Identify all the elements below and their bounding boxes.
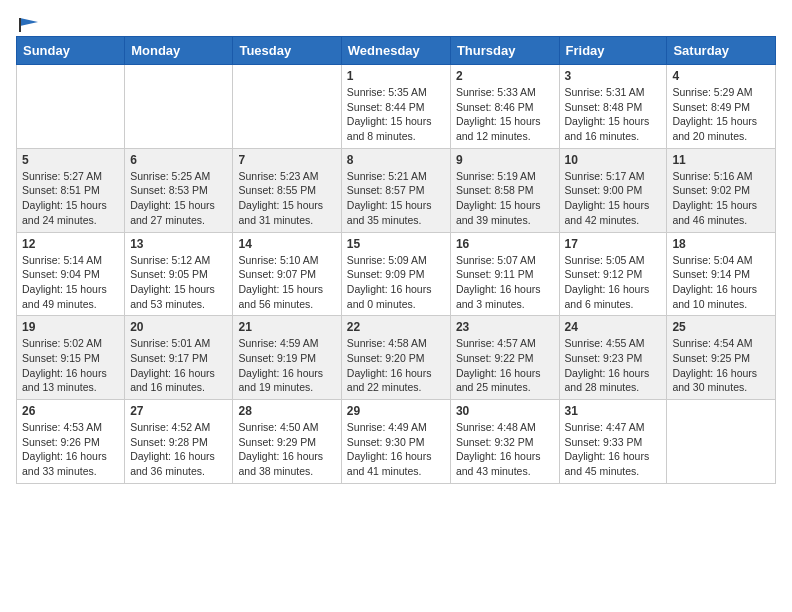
calendar-cell: 14Sunrise: 5:10 AM Sunset: 9:07 PM Dayli… bbox=[233, 232, 341, 316]
calendar-week-row: 5Sunrise: 5:27 AM Sunset: 8:51 PM Daylig… bbox=[17, 148, 776, 232]
calendar-cell bbox=[233, 65, 341, 149]
day-info: Sunrise: 4:54 AM Sunset: 9:25 PM Dayligh… bbox=[672, 336, 770, 395]
calendar: SundayMondayTuesdayWednesdayThursdayFrid… bbox=[16, 36, 776, 484]
calendar-cell: 6Sunrise: 5:25 AM Sunset: 8:53 PM Daylig… bbox=[125, 148, 233, 232]
calendar-cell: 15Sunrise: 5:09 AM Sunset: 9:09 PM Dayli… bbox=[341, 232, 450, 316]
day-info: Sunrise: 5:31 AM Sunset: 8:48 PM Dayligh… bbox=[565, 85, 662, 144]
calendar-cell bbox=[667, 400, 776, 484]
calendar-week-row: 1Sunrise: 5:35 AM Sunset: 8:44 PM Daylig… bbox=[17, 65, 776, 149]
calendar-cell: 20Sunrise: 5:01 AM Sunset: 9:17 PM Dayli… bbox=[125, 316, 233, 400]
calendar-cell: 19Sunrise: 5:02 AM Sunset: 9:15 PM Dayli… bbox=[17, 316, 125, 400]
day-number: 26 bbox=[22, 404, 119, 418]
day-number: 14 bbox=[238, 237, 335, 251]
day-header-sunday: Sunday bbox=[17, 37, 125, 65]
calendar-cell: 27Sunrise: 4:52 AM Sunset: 9:28 PM Dayli… bbox=[125, 400, 233, 484]
day-info: Sunrise: 4:53 AM Sunset: 9:26 PM Dayligh… bbox=[22, 420, 119, 479]
day-info: Sunrise: 4:59 AM Sunset: 9:19 PM Dayligh… bbox=[238, 336, 335, 395]
calendar-cell: 10Sunrise: 5:17 AM Sunset: 9:00 PM Dayli… bbox=[559, 148, 667, 232]
day-number: 12 bbox=[22, 237, 119, 251]
logo bbox=[16, 16, 40, 32]
day-header-tuesday: Tuesday bbox=[233, 37, 341, 65]
day-info: Sunrise: 4:57 AM Sunset: 9:22 PM Dayligh… bbox=[456, 336, 554, 395]
calendar-cell: 13Sunrise: 5:12 AM Sunset: 9:05 PM Dayli… bbox=[125, 232, 233, 316]
day-number: 2 bbox=[456, 69, 554, 83]
day-header-thursday: Thursday bbox=[450, 37, 559, 65]
day-info: Sunrise: 5:17 AM Sunset: 9:00 PM Dayligh… bbox=[565, 169, 662, 228]
calendar-cell: 31Sunrise: 4:47 AM Sunset: 9:33 PM Dayli… bbox=[559, 400, 667, 484]
calendar-cell: 16Sunrise: 5:07 AM Sunset: 9:11 PM Dayli… bbox=[450, 232, 559, 316]
calendar-cell: 1Sunrise: 5:35 AM Sunset: 8:44 PM Daylig… bbox=[341, 65, 450, 149]
day-number: 16 bbox=[456, 237, 554, 251]
day-number: 13 bbox=[130, 237, 227, 251]
day-number: 29 bbox=[347, 404, 445, 418]
day-number: 3 bbox=[565, 69, 662, 83]
day-number: 22 bbox=[347, 320, 445, 334]
day-info: Sunrise: 5:29 AM Sunset: 8:49 PM Dayligh… bbox=[672, 85, 770, 144]
day-number: 23 bbox=[456, 320, 554, 334]
calendar-cell: 18Sunrise: 5:04 AM Sunset: 9:14 PM Dayli… bbox=[667, 232, 776, 316]
day-info: Sunrise: 5:04 AM Sunset: 9:14 PM Dayligh… bbox=[672, 253, 770, 312]
day-info: Sunrise: 5:23 AM Sunset: 8:55 PM Dayligh… bbox=[238, 169, 335, 228]
day-info: Sunrise: 5:07 AM Sunset: 9:11 PM Dayligh… bbox=[456, 253, 554, 312]
day-info: Sunrise: 5:12 AM Sunset: 9:05 PM Dayligh… bbox=[130, 253, 227, 312]
day-info: Sunrise: 5:05 AM Sunset: 9:12 PM Dayligh… bbox=[565, 253, 662, 312]
calendar-cell: 3Sunrise: 5:31 AM Sunset: 8:48 PM Daylig… bbox=[559, 65, 667, 149]
logo-flag-icon bbox=[18, 16, 40, 34]
calendar-cell: 4Sunrise: 5:29 AM Sunset: 8:49 PM Daylig… bbox=[667, 65, 776, 149]
day-info: Sunrise: 5:16 AM Sunset: 9:02 PM Dayligh… bbox=[672, 169, 770, 228]
day-number: 15 bbox=[347, 237, 445, 251]
day-number: 7 bbox=[238, 153, 335, 167]
calendar-cell: 25Sunrise: 4:54 AM Sunset: 9:25 PM Dayli… bbox=[667, 316, 776, 400]
day-info: Sunrise: 4:58 AM Sunset: 9:20 PM Dayligh… bbox=[347, 336, 445, 395]
calendar-cell: 17Sunrise: 5:05 AM Sunset: 9:12 PM Dayli… bbox=[559, 232, 667, 316]
day-number: 11 bbox=[672, 153, 770, 167]
day-info: Sunrise: 5:21 AM Sunset: 8:57 PM Dayligh… bbox=[347, 169, 445, 228]
day-number: 24 bbox=[565, 320, 662, 334]
day-number: 9 bbox=[456, 153, 554, 167]
day-number: 25 bbox=[672, 320, 770, 334]
calendar-cell: 26Sunrise: 4:53 AM Sunset: 9:26 PM Dayli… bbox=[17, 400, 125, 484]
calendar-cell: 30Sunrise: 4:48 AM Sunset: 9:32 PM Dayli… bbox=[450, 400, 559, 484]
day-info: Sunrise: 5:09 AM Sunset: 9:09 PM Dayligh… bbox=[347, 253, 445, 312]
calendar-header-row: SundayMondayTuesdayWednesdayThursdayFrid… bbox=[17, 37, 776, 65]
calendar-cell: 24Sunrise: 4:55 AM Sunset: 9:23 PM Dayli… bbox=[559, 316, 667, 400]
calendar-week-row: 19Sunrise: 5:02 AM Sunset: 9:15 PM Dayli… bbox=[17, 316, 776, 400]
day-number: 6 bbox=[130, 153, 227, 167]
day-number: 30 bbox=[456, 404, 554, 418]
calendar-cell: 28Sunrise: 4:50 AM Sunset: 9:29 PM Dayli… bbox=[233, 400, 341, 484]
day-info: Sunrise: 5:01 AM Sunset: 9:17 PM Dayligh… bbox=[130, 336, 227, 395]
day-number: 19 bbox=[22, 320, 119, 334]
calendar-week-row: 26Sunrise: 4:53 AM Sunset: 9:26 PM Dayli… bbox=[17, 400, 776, 484]
day-number: 8 bbox=[347, 153, 445, 167]
header bbox=[16, 16, 776, 32]
day-info: Sunrise: 4:48 AM Sunset: 9:32 PM Dayligh… bbox=[456, 420, 554, 479]
day-info: Sunrise: 5:02 AM Sunset: 9:15 PM Dayligh… bbox=[22, 336, 119, 395]
calendar-cell bbox=[17, 65, 125, 149]
day-info: Sunrise: 4:49 AM Sunset: 9:30 PM Dayligh… bbox=[347, 420, 445, 479]
day-number: 5 bbox=[22, 153, 119, 167]
calendar-cell: 29Sunrise: 4:49 AM Sunset: 9:30 PM Dayli… bbox=[341, 400, 450, 484]
day-info: Sunrise: 4:52 AM Sunset: 9:28 PM Dayligh… bbox=[130, 420, 227, 479]
day-info: Sunrise: 5:19 AM Sunset: 8:58 PM Dayligh… bbox=[456, 169, 554, 228]
day-info: Sunrise: 5:10 AM Sunset: 9:07 PM Dayligh… bbox=[238, 253, 335, 312]
svg-marker-0 bbox=[20, 18, 38, 26]
day-info: Sunrise: 5:14 AM Sunset: 9:04 PM Dayligh… bbox=[22, 253, 119, 312]
day-info: Sunrise: 5:25 AM Sunset: 8:53 PM Dayligh… bbox=[130, 169, 227, 228]
day-number: 1 bbox=[347, 69, 445, 83]
calendar-cell: 5Sunrise: 5:27 AM Sunset: 8:51 PM Daylig… bbox=[17, 148, 125, 232]
calendar-cell: 2Sunrise: 5:33 AM Sunset: 8:46 PM Daylig… bbox=[450, 65, 559, 149]
day-header-friday: Friday bbox=[559, 37, 667, 65]
calendar-cell: 9Sunrise: 5:19 AM Sunset: 8:58 PM Daylig… bbox=[450, 148, 559, 232]
day-header-monday: Monday bbox=[125, 37, 233, 65]
day-number: 20 bbox=[130, 320, 227, 334]
calendar-cell: 11Sunrise: 5:16 AM Sunset: 9:02 PM Dayli… bbox=[667, 148, 776, 232]
calendar-week-row: 12Sunrise: 5:14 AM Sunset: 9:04 PM Dayli… bbox=[17, 232, 776, 316]
day-number: 4 bbox=[672, 69, 770, 83]
calendar-cell: 12Sunrise: 5:14 AM Sunset: 9:04 PM Dayli… bbox=[17, 232, 125, 316]
calendar-cell: 8Sunrise: 5:21 AM Sunset: 8:57 PM Daylig… bbox=[341, 148, 450, 232]
calendar-cell: 23Sunrise: 4:57 AM Sunset: 9:22 PM Dayli… bbox=[450, 316, 559, 400]
day-info: Sunrise: 4:47 AM Sunset: 9:33 PM Dayligh… bbox=[565, 420, 662, 479]
calendar-cell: 22Sunrise: 4:58 AM Sunset: 9:20 PM Dayli… bbox=[341, 316, 450, 400]
calendar-cell bbox=[125, 65, 233, 149]
day-header-saturday: Saturday bbox=[667, 37, 776, 65]
